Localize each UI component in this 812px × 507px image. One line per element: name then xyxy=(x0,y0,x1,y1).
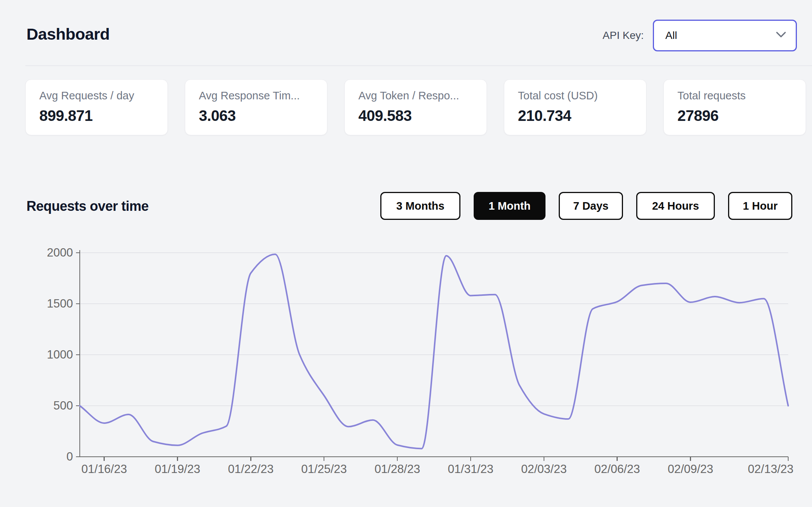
x-tick-label: 01/22/23 xyxy=(228,462,274,476)
series-line-requests xyxy=(80,254,788,448)
y-tick-label: 1000 xyxy=(47,348,73,361)
y-tick-label: 0 xyxy=(67,450,73,463)
dashboard-page: Dashboard API Key: All Avg Requests / da… xyxy=(0,0,812,507)
x-tick-label: 02/13/23 xyxy=(748,462,793,476)
x-tick-label: 01/25/23 xyxy=(301,462,347,476)
y-tick-label: 1500 xyxy=(47,297,73,310)
x-tick-label: 02/03/23 xyxy=(521,462,567,476)
x-tick-label: 01/19/23 xyxy=(155,462,200,476)
x-tick-label: 02/09/23 xyxy=(668,462,713,476)
x-axis-ticks: 01/16/2301/19/2301/22/2301/25/2301/28/23… xyxy=(81,457,793,476)
requests-line-chart: 050010001500200001/16/2301/19/2301/22/23… xyxy=(0,0,812,507)
y-tick-label: 500 xyxy=(53,399,73,412)
x-tick-label: 02/06/23 xyxy=(594,462,640,476)
gridlines xyxy=(80,253,788,406)
x-tick-label: 01/28/23 xyxy=(375,462,420,476)
x-tick-label: 01/16/23 xyxy=(81,462,127,476)
y-tick-label: 2000 xyxy=(47,246,73,259)
y-axis-ticks: 0500100015002000 xyxy=(47,246,80,463)
x-tick-label: 01/31/23 xyxy=(448,462,494,476)
